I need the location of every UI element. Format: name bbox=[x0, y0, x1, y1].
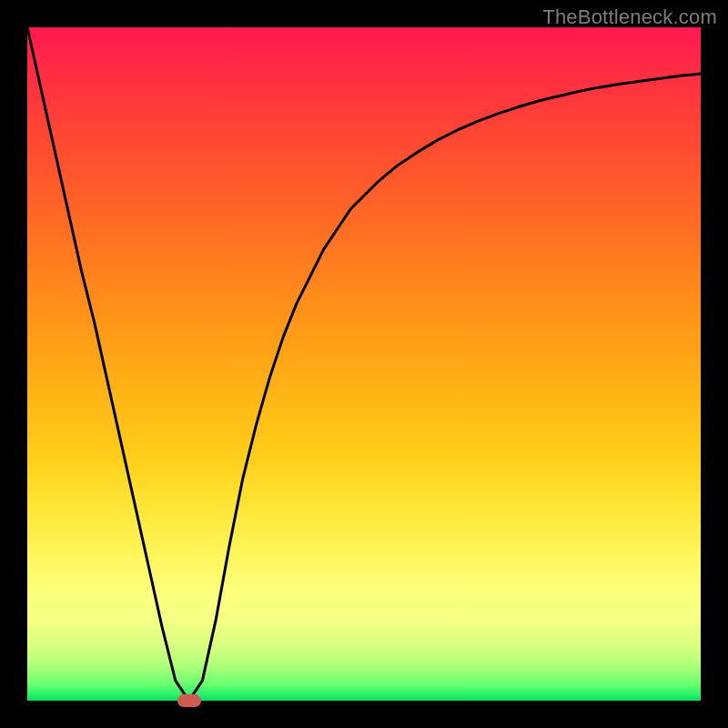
curve-svg bbox=[27, 27, 701, 701]
chart-container: TheBottleneck.com bbox=[0, 0, 728, 728]
bottleneck-curve bbox=[27, 27, 701, 701]
watermark-text: TheBottleneck.com bbox=[542, 5, 717, 29]
minimum-marker bbox=[177, 694, 201, 707]
plot-area bbox=[27, 27, 701, 701]
